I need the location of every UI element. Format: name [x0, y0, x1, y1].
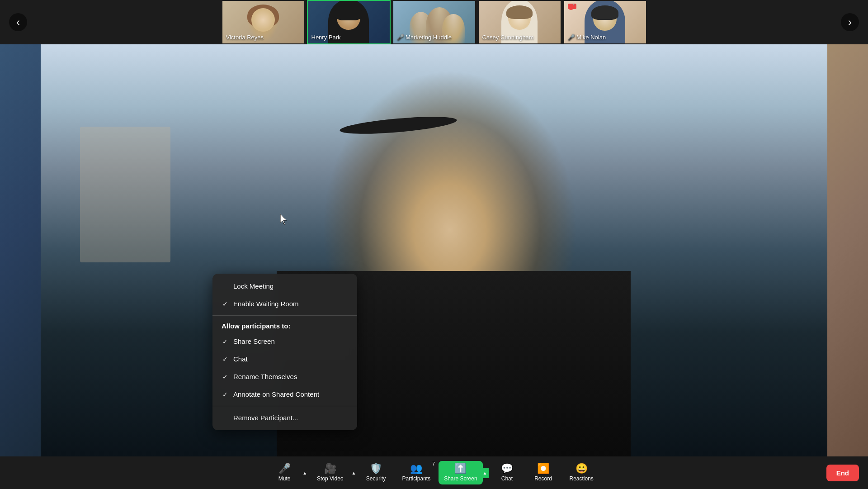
allow-header-text: Allow participants to:: [222, 322, 291, 330]
menu-label-lock-meeting: Lock Meeting: [233, 282, 274, 290]
menu-label-chat: Chat: [233, 355, 248, 363]
thumbnail-mike-nolan[interactable]: 🎤 🎤 Mike Nolan: [563, 0, 647, 44]
thumbnail-casey-cunningham[interactable]: Casey Cunningham: [478, 0, 561, 44]
menu-item-rename-themselves[interactable]: ✓ Rename Themselves: [212, 368, 357, 385]
check-waiting-room: ✓: [222, 300, 229, 308]
reactions-label: Reactions: [569, 475, 593, 482]
check-share-screen: ✓: [222, 338, 229, 345]
share-screen-label: Share Screen: [444, 475, 477, 482]
security-label: Security: [366, 475, 386, 482]
reactions-icon: 😀: [576, 464, 588, 474]
reactions-button[interactable]: 😀 Reactions: [561, 461, 601, 484]
thumbnail-strip: ‹ Victoria Reyes Henry Park: [0, 0, 868, 44]
thumbnail-label-mike: 🎤 Mike Nolan: [568, 34, 606, 41]
check-chat: ✓: [222, 356, 229, 363]
thumbnail-nav-left[interactable]: ‹: [9, 13, 27, 31]
participants-count: 7: [432, 461, 435, 466]
thumbnail-victoria-reyes[interactable]: Victoria Reyes: [222, 0, 305, 44]
thumbnail-label-casey: Casey Cunningham: [482, 34, 534, 41]
stop-video-button[interactable]: 🎥 Stop Video: [309, 461, 352, 484]
menu-divider-1: [212, 315, 357, 316]
mute-button-group: 🎤 Mute ▲: [266, 461, 309, 484]
record-label: Record: [534, 475, 552, 482]
toolbar: 🎤 Mute ▲ 🎥 Stop Video ▲ 🛡️ Security 👥 7 …: [0, 456, 868, 489]
chat-button[interactable]: 💬 Chat: [489, 461, 525, 484]
stop-video-button-group: 🎥 Stop Video ▲: [309, 461, 358, 484]
menu-divider-2: [212, 406, 357, 406]
mute-button[interactable]: 🎤 Mute: [266, 461, 302, 484]
menu-label-share-screen: Share Screen: [233, 337, 275, 345]
check-annotate: ✓: [222, 391, 229, 398]
share-screen-icon: ⬆️: [454, 464, 467, 474]
chat-label: Chat: [501, 475, 513, 482]
share-screen-button-group: ⬆️ Share Screen ▲: [439, 461, 489, 484]
check-rename: ✓: [222, 373, 229, 380]
main-video: [41, 44, 827, 456]
thumbnail-marketing-huddle[interactable]: 🎤 Marketing Huddle: [392, 0, 476, 44]
mute-label: Mute: [278, 475, 291, 482]
menu-item-chat[interactable]: ✓ Chat: [212, 350, 357, 368]
menu-item-share-screen[interactable]: ✓ Share Screen: [212, 332, 357, 350]
menu-section-allow-header: Allow participants to:: [212, 318, 357, 332]
menu-label-rename: Rename Themselves: [233, 373, 297, 380]
stop-video-label: Stop Video: [317, 475, 344, 482]
thumbnail-nav-right[interactable]: ›: [841, 13, 859, 31]
security-button[interactable]: 🛡️ Security: [358, 461, 394, 484]
menu-label-remove: Remove Participant...: [233, 414, 298, 422]
thumbnail-label-henry: Henry Park: [311, 34, 341, 41]
side-bar-left: [0, 0, 41, 456]
mute-icon: 🎤: [278, 464, 291, 474]
menu-item-annotate[interactable]: ✓ Annotate on Shared Content: [212, 385, 357, 403]
menu-item-enable-waiting-room[interactable]: ✓ Enable Waiting Room: [212, 295, 357, 313]
thumbnails-container: Victoria Reyes Henry Park 🎤 Marketing Hu…: [222, 0, 647, 44]
end-button[interactable]: End: [826, 465, 859, 481]
participants-button[interactable]: 👥 7 Participants: [394, 461, 439, 484]
record-button[interactable]: ⏺️ Record: [525, 461, 561, 484]
end-label: End: [836, 469, 849, 477]
muted-badge: 🎤: [568, 4, 576, 9]
menu-item-lock-meeting[interactable]: Lock Meeting: [212, 277, 357, 295]
menu-label-waiting-room: Enable Waiting Room: [233, 300, 299, 308]
menu-label-annotate: Annotate on Shared Content: [233, 390, 319, 398]
participants-icon: 👥: [410, 464, 422, 474]
menu-item-remove-participant[interactable]: Remove Participant...: [212, 409, 357, 427]
thumbnail-label-marketing: 🎤 Marketing Huddle: [397, 34, 452, 41]
security-icon: 🛡️: [370, 464, 382, 474]
video-icon: 🎥: [324, 464, 336, 474]
security-dropdown-menu: Lock Meeting ✓ Enable Waiting Room Allow…: [212, 274, 357, 430]
participants-label: Participants: [402, 475, 430, 482]
thumbnail-henry-park[interactable]: Henry Park: [307, 0, 391, 44]
side-bar-right: [827, 0, 868, 456]
record-icon: ⏺️: [537, 464, 549, 474]
share-screen-button[interactable]: ⬆️ Share Screen: [439, 461, 482, 484]
thumbnail-label-victoria: Victoria Reyes: [226, 34, 264, 41]
chat-icon: 💬: [501, 464, 513, 474]
